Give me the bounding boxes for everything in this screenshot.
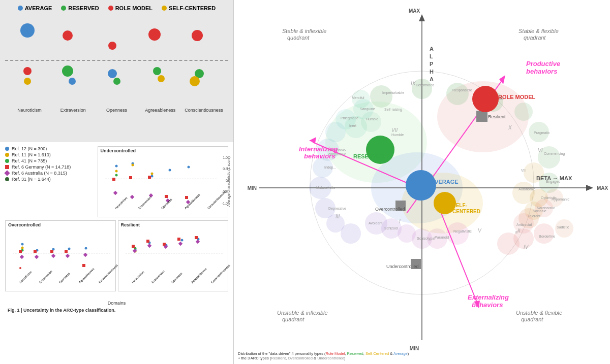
arc-overcontrolled-label: Overcontrolled <box>375 207 405 212</box>
uc-sq2 <box>129 176 132 179</box>
self-centered-text2: CENTERED <box>452 209 480 214</box>
oc-sq3 <box>50 250 53 253</box>
dot-rm-consc <box>192 30 203 41</box>
quad-bottom-right-1: Unstable & flexible <box>516 310 562 316</box>
trait-text-schizoid: Schizoid <box>384 226 398 230</box>
oc-sq1 <box>19 250 22 253</box>
trait-text-viii: VIII <box>521 169 527 172</box>
oc-dm3 <box>51 254 55 258</box>
roman-i: I <box>399 219 401 224</box>
res-sq1 <box>132 245 135 248</box>
res-dm2 <box>147 244 151 248</box>
overcontrolled-title: Overcontrolled <box>7 222 114 228</box>
min-bottom-label: MIN <box>410 346 419 351</box>
dot-rm-neuro <box>23 67 32 75</box>
top-chart: AVERAGE RESERVED ROLE MODEL SELF-CENTERE… <box>0 0 233 142</box>
x-label-consc: Conscientiousness <box>184 108 224 113</box>
trait-text-merciful: Merciful <box>352 96 364 100</box>
x-label-extra: Extraversion <box>53 108 94 113</box>
legend-self-centered-label: SELF-CENTERED <box>169 5 216 11</box>
trait-text-antisocial: Antisocial <box>516 223 532 226</box>
alpha-label: A <box>430 46 435 52</box>
reserved-text: RESERVED <box>353 153 384 159</box>
res-dm5 <box>196 240 200 244</box>
oc-dm4 <box>66 254 70 258</box>
dot-sc-neuro <box>24 78 31 85</box>
uc-dm1 <box>113 191 117 195</box>
small-charts-row: Overcontrolled <box>5 220 228 291</box>
trait-text-inert: Inert <box>349 124 356 127</box>
legend-self-centered: SELF-CENTERED <box>162 5 216 11</box>
trait-x <box>514 103 533 121</box>
trait-text-pragmatic: Pragmatic <box>534 131 550 135</box>
oc-d1 <box>21 243 24 246</box>
res-sq5 <box>195 236 198 239</box>
dot-avg-extra <box>69 78 76 85</box>
quad-bottom-left-2: quadrant <box>282 316 304 322</box>
bottom-section: Ref. 12 (N = 300) Ref. 11 (N = 1,610) Re… <box>0 142 233 364</box>
trait-text-tolerant: Tolerant <box>528 214 540 218</box>
ref-4: Ref. 6 Germany (N = 14,718) <box>5 164 93 170</box>
legend-role-model: ROLE MODEL <box>108 5 152 11</box>
oc-d4 <box>68 248 71 250</box>
average-circle <box>406 170 436 201</box>
trait-text-responsible: Responsible <box>452 88 472 92</box>
legend-row: AVERAGE RESERVED ROLE MODEL SELF-CENTERE… <box>5 5 228 11</box>
reserved-circle <box>366 136 394 164</box>
productive-label-1: Productive <box>526 60 560 68</box>
uc-d6 <box>115 170 117 173</box>
trait-text-schizotypal: Schizotypal <box>417 237 435 241</box>
ref-text-2: Ref. 11 (N = 1,610) <box>12 152 51 157</box>
uc-d8 <box>150 173 153 175</box>
average-dot <box>18 6 23 11</box>
arc-resilient-square <box>476 111 487 122</box>
roman-x: X <box>508 125 512 130</box>
quad-bottom-left-1: Unstable & inflexible <box>277 310 328 316</box>
oc-extra1 <box>19 267 21 269</box>
ref-1: Ref. 12 (N = 300) <box>5 146 93 151</box>
uc-sq5 <box>185 196 188 199</box>
alpha-l-label: L <box>430 53 435 59</box>
roman-ix: IX <box>411 81 416 86</box>
uc-sq1 <box>112 178 115 181</box>
caption-role-model: Role Model <box>326 351 345 356</box>
left-panel: AVERAGE RESERVED ROLE MODEL SELF-CENTERE… <box>0 0 234 364</box>
trait-borderline <box>534 223 554 244</box>
roman-v: V <box>478 228 482 234</box>
role-model-text: ROLE MODEL <box>498 94 536 100</box>
uc-d7 <box>132 164 134 167</box>
trait-text-paranoid: Paranoid <box>435 236 449 239</box>
x-label-agree: Agreeableness <box>140 108 180 113</box>
res-x-labels: Neuroticism Extraversion Openness Agreea… <box>119 282 227 285</box>
uc-sq4 <box>165 195 168 198</box>
res-dashed <box>126 253 223 253</box>
ref-dot-1 <box>5 147 9 151</box>
externalizing-label-1: Externalizing <box>468 293 509 301</box>
x-label-open: Openness <box>96 108 137 113</box>
ref-text-5: Ref. 6 Australia (N = 8,315) <box>12 171 67 176</box>
legend-average-label: AVERAGE <box>25 5 52 11</box>
refs-col: Ref. 12 (N = 300) Ref. 11 (N = 1,610) Re… <box>5 146 93 217</box>
trait-text-negativistic: Negativistic <box>453 229 472 234</box>
x-label-neuro: Neuroticism <box>9 108 50 113</box>
trait-text-autonomic: Autonomic <box>518 187 536 191</box>
y-0: 0 <box>226 179 228 182</box>
arc-undercontrolled-label: Undercontrolled <box>386 264 419 269</box>
oc-sq2 <box>34 250 37 253</box>
trait-text-sociable: Sociable <box>533 209 546 213</box>
productive-label-2: behaviors <box>526 68 557 75</box>
alpha-h-label: H <box>430 69 435 75</box>
oc-dashed <box>13 253 110 253</box>
trait-text-vi-text: Commencing <box>544 152 565 156</box>
oc-sq4 <box>65 250 68 253</box>
oc-sq5 <box>82 264 85 267</box>
caption-average: Average <box>393 351 408 356</box>
dot-res-extra <box>62 65 73 77</box>
ref-text-4: Ref. 6 Germany (N = 14,718) <box>12 164 71 170</box>
caption-resilient: Resilient <box>271 356 286 360</box>
trait-text-determined: Determined <box>416 83 434 87</box>
roman-iii: III <box>336 214 340 219</box>
dot-avg-neuro <box>20 23 35 38</box>
quad-top-right-2: quadrant <box>524 35 546 41</box>
trait-responsible <box>446 83 469 105</box>
